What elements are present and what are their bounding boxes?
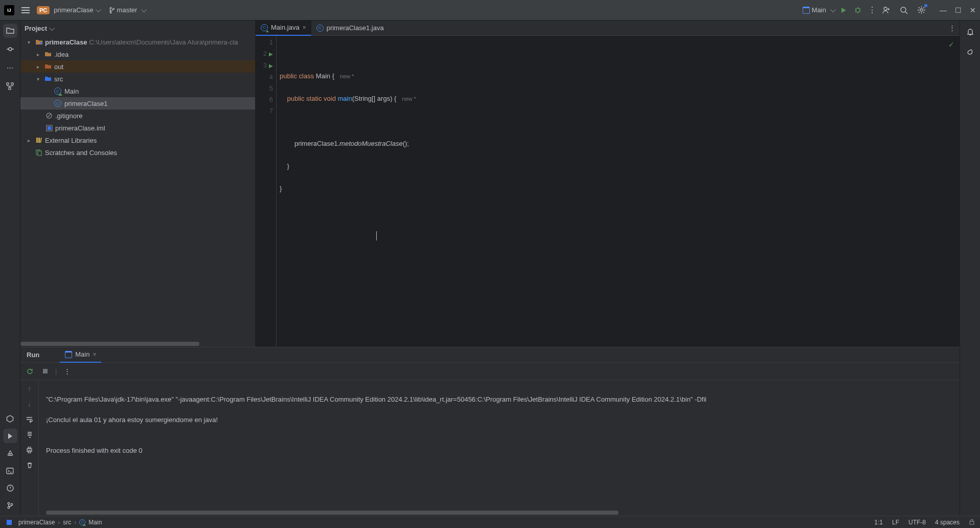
excluded-folder-icon — [44, 62, 52, 71]
inspection-ok-icon[interactable]: ✓ — [948, 39, 954, 50]
run-tab-main[interactable]: Main × — [60, 347, 101, 363]
svg-point-11 — [8, 502, 10, 504]
more-toolwindows-button[interactable]: ⋯ — [3, 60, 17, 75]
svg-rect-22 — [38, 151, 41, 156]
tree-expand-icon[interactable] — [28, 138, 35, 143]
problems-toolwindow-button[interactable] — [3, 481, 17, 495]
tab-main-java[interactable]: C Main.java × — [256, 20, 311, 36]
tree-scratches[interactable]: Scratches and Consoles — [20, 146, 255, 159]
tree-expand-icon[interactable] — [37, 64, 44, 70]
debug-button[interactable] — [853, 5, 863, 15]
vcs-toolwindow-button[interactable] — [3, 498, 17, 513]
search-button[interactable] — [899, 5, 909, 15]
caret-position[interactable]: 1:1 — [874, 519, 883, 526]
project-view-dropdown[interactable]: Project — [25, 25, 53, 32]
java-class-icon: C — [316, 25, 324, 32]
commit-toolwindow-button[interactable] — [3, 42, 17, 56]
tree-folder-idea[interactable]: .idea — [20, 48, 255, 60]
tree-file-iml[interactable]: primeraClase.iml — [20, 122, 255, 134]
code-with-me-button[interactable] — [881, 5, 892, 15]
line-separator[interactable]: LF — [892, 519, 899, 526]
project-name-dropdown[interactable]: primeraClase — [54, 6, 99, 14]
console-output[interactable]: "C:\Program Files\Java\jdk-17\bin\java.e… — [39, 380, 960, 516]
run-more-actions-button[interactable]: ⋮ — [62, 366, 72, 377]
more-run-actions-button[interactable]: ⋮ — [867, 5, 877, 15]
build-toolwindow-button[interactable]: T — [3, 446, 17, 460]
notifications-button[interactable] — [963, 25, 977, 39]
structure-toolwindow-button[interactable] — [3, 79, 17, 93]
readonly-lock-icon[interactable] — [969, 519, 975, 526]
code-editor[interactable]: public class Main { new * public static … — [276, 36, 960, 347]
tab-actions-button[interactable]: ⋮ — [949, 24, 955, 32]
svg-rect-17 — [48, 126, 51, 130]
svg-rect-26 — [28, 451, 31, 453]
project-toolwindow-button[interactable] — [3, 24, 17, 38]
folder-icon — [44, 50, 52, 58]
run-toolwindow-button[interactable] — [3, 429, 17, 443]
breadcrumb-root[interactable]: primeraClase — [18, 519, 55, 526]
settings-button[interactable] — [916, 5, 926, 15]
maximize-window-button[interactable]: ☐ — [955, 6, 962, 14]
svg-rect-28 — [970, 521, 974, 524]
tree-expand-icon[interactable] — [37, 76, 44, 82]
svg-rect-9 — [7, 468, 13, 474]
java-class-icon: C — [261, 24, 268, 31]
svg-rect-25 — [28, 447, 31, 449]
ai-assistant-button[interactable] — [963, 44, 977, 58]
tab-primeraclase1-java[interactable]: C primeraClase1.java — [311, 20, 389, 36]
soft-wrap-button[interactable] — [25, 414, 35, 424]
run-button[interactable] — [838, 5, 849, 15]
tree-class-primeraclase1[interactable]: C primeraClase1 — [20, 97, 255, 109]
tree-folder-out[interactable]: out — [20, 60, 255, 73]
run-config-dropdown[interactable]: Main — [803, 6, 834, 14]
chevron-down-icon — [95, 7, 101, 12]
svg-rect-14 — [40, 42, 42, 44]
close-window-button[interactable]: ✕ — [970, 6, 976, 14]
java-class-icon: C — [54, 100, 61, 107]
chevron-down-icon — [830, 6, 836, 12]
console-horizontal-scrollbar[interactable] — [39, 511, 960, 516]
tree-external-libraries[interactable]: External Libraries — [20, 134, 255, 146]
svg-rect-20 — [40, 138, 42, 143]
indent-setting[interactable]: 4 spaces — [935, 519, 960, 526]
main-menu-button[interactable] — [18, 4, 33, 16]
gitignore-file-icon — [45, 112, 53, 120]
scroll-down-button[interactable]: ↓ — [25, 399, 35, 409]
clear-console-button[interactable] — [25, 460, 35, 470]
breadcrumb-main[interactable]: Main — [88, 519, 102, 526]
svg-point-0 — [856, 8, 860, 12]
svg-point-1 — [884, 7, 887, 10]
project-horizontal-scrollbar[interactable] — [20, 342, 255, 347]
minimize-window-button[interactable]: — — [940, 6, 947, 14]
svg-text:T: T — [9, 453, 11, 456]
text-caret — [376, 231, 377, 240]
rerun-button[interactable] — [25, 366, 35, 377]
services-toolwindow-button[interactable] — [3, 411, 17, 426]
svg-rect-27 — [7, 520, 12, 525]
close-run-tab-button[interactable]: × — [93, 351, 96, 358]
scroll-to-end-button[interactable] — [25, 429, 35, 439]
svg-rect-18 — [36, 138, 38, 143]
scroll-up-button[interactable]: ↑ — [25, 383, 35, 393]
tree-expand-icon[interactable] — [37, 52, 44, 57]
print-button[interactable] — [25, 445, 35, 455]
tree-folder-src[interactable]: src — [20, 73, 255, 85]
svg-rect-5 — [7, 83, 9, 85]
tree-file-gitignore[interactable]: .gitignore — [20, 109, 255, 122]
editor-gutter[interactable]: 1 2▶ 3▶ 4 5 6 7 — [256, 36, 276, 347]
svg-point-4 — [9, 48, 12, 51]
tree-expand-icon[interactable] — [28, 39, 35, 45]
terminal-toolwindow-button[interactable] — [3, 464, 17, 478]
tree-root-node[interactable]: primeraClase C:\Users\alexm\Documents\Ja… — [20, 36, 255, 48]
vcs-branch-dropdown[interactable]: master — [108, 6, 146, 14]
gutter-run-icon[interactable]: ▶ — [269, 63, 273, 69]
tree-class-main[interactable]: C Main — [20, 85, 255, 97]
stop-button[interactable] — [40, 366, 50, 377]
gutter-run-icon[interactable]: ▶ — [269, 51, 273, 57]
breadcrumb-separator-icon: › — [58, 519, 60, 526]
close-tab-button[interactable]: × — [303, 24, 306, 31]
file-encoding[interactable]: UTF-8 — [908, 519, 926, 526]
svg-rect-6 — [11, 83, 13, 85]
breadcrumb-src[interactable]: src — [63, 519, 71, 526]
svg-point-3 — [920, 9, 923, 11]
